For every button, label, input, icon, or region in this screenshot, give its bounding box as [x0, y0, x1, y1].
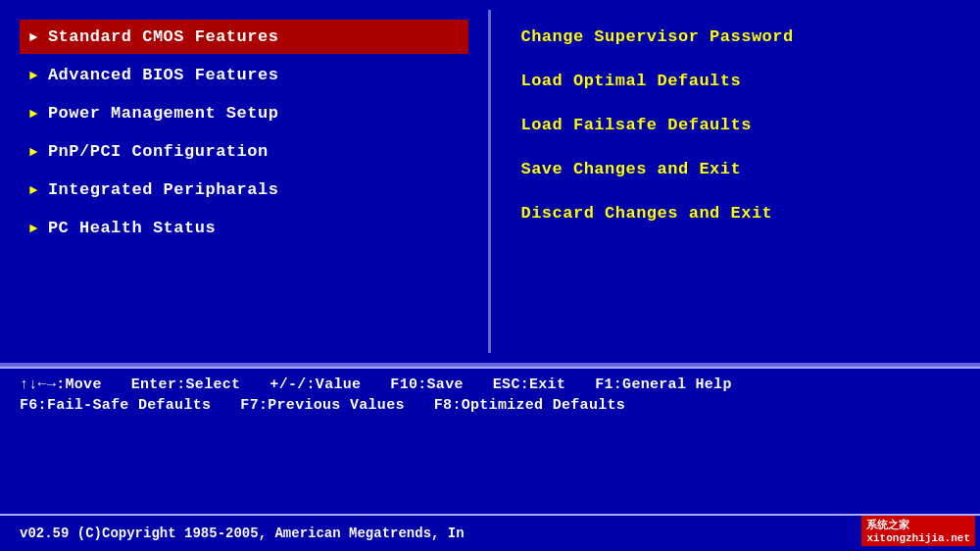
arrow-icon-5: ► — [29, 221, 38, 236]
arrow-icon-2: ► — [29, 106, 38, 122]
previous-hint: F7:Previous Values — [240, 397, 404, 414]
arrow-icon-4: ► — [29, 182, 38, 198]
bottom-bar: ↑↓←→:Move Enter:Select +/-/:Value F10:Sa… — [0, 367, 980, 422]
left-menu-label-2: Power Management Setup — [48, 104, 278, 123]
esc-hint: ESC:Exit — [493, 376, 565, 393]
save-hint: F10:Save — [390, 376, 463, 393]
main-menu-area: ►Standard CMOS Features►Advanced BIOS Fe… — [0, 0, 980, 363]
footer-text: v02.59 (C)Copyright 1985-2005, American … — [20, 526, 465, 541]
arrow-icon-3: ► — [29, 144, 38, 160]
footer: v02.59 (C)Copyright 1985-2005, American … — [0, 514, 980, 551]
left-menu-label-3: PnP/PCI Configuration — [48, 142, 269, 161]
arrow-icon-0: ► — [29, 29, 38, 45]
enter-hint: Enter:Select — [131, 376, 241, 393]
bottom-row-2: F6:Fail-Safe Defaults F7:Previous Values… — [20, 397, 960, 414]
optimized-hint: F8:Optimized Defaults — [434, 397, 625, 414]
arrow-icon-1: ► — [29, 68, 38, 83]
right-menu-item-2[interactable]: Load Failsafe Defaults — [520, 108, 951, 142]
watermark: 系统之家xitongzhijia.net — [861, 516, 975, 546]
right-menu-item-1[interactable]: Load Optimal Defaults — [520, 64, 951, 98]
right-menu: Change Supervisor PasswordLoad Optimal D… — [491, 10, 980, 353]
left-menu-label-0: Standard CMOS Features — [48, 27, 278, 46]
left-menu-item-3[interactable]: ►PnP/PCI Configuration — [20, 134, 468, 169]
value-hint: +/-/:Value — [270, 376, 361, 393]
right-menu-item-0[interactable]: Change Supervisor Password — [520, 20, 951, 54]
left-menu-label-1: Advanced BIOS Features — [48, 66, 278, 84]
left-menu-item-1[interactable]: ►Advanced BIOS Features — [20, 58, 468, 92]
left-menu-item-4[interactable]: ►Integrated Peripharals — [20, 173, 468, 207]
failsafe-hint: F6:Fail-Safe Defaults — [20, 397, 211, 414]
left-menu: ►Standard CMOS Features►Advanced BIOS Fe… — [0, 10, 488, 353]
move-hint: ↑↓←→:Move — [20, 376, 102, 393]
left-menu-item-2[interactable]: ►Power Management Setup — [20, 96, 468, 130]
divider — [0, 363, 980, 367]
left-menu-label-4: Integrated Peripharals — [48, 180, 278, 199]
left-menu-item-0[interactable]: ►Standard CMOS Features — [20, 20, 468, 54]
right-menu-item-4[interactable]: Discard Changes and Exit — [520, 196, 951, 230]
left-menu-item-5[interactable]: ►PC Health Status — [20, 211, 468, 245]
left-menu-label-5: PC Health Status — [48, 219, 216, 237]
right-menu-item-3[interactable]: Save Changes and Exit — [520, 152, 951, 186]
help-hint: F1:General Help — [595, 376, 732, 393]
bottom-row-1: ↑↓←→:Move Enter:Select +/-/:Value F10:Sa… — [20, 376, 960, 393]
